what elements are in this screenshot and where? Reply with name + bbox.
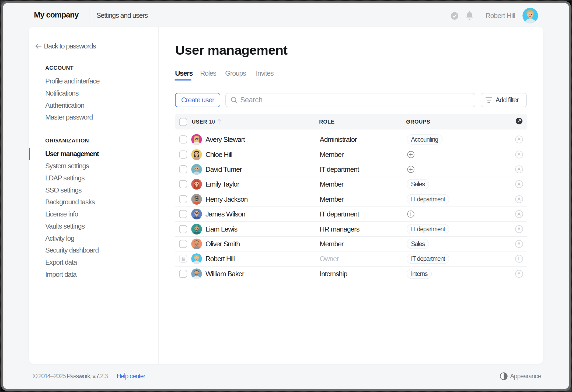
row-checkbox[interactable]: [179, 165, 187, 173]
tab-invites[interactable]: Invites: [256, 69, 273, 78]
user-role-cell: HR managers: [320, 225, 359, 233]
user-role-cell: Member: [320, 150, 343, 159]
sort-ascending-icon[interactable]: [216, 118, 222, 125]
sidebar-item-export-data[interactable]: Export data: [45, 258, 77, 267]
add-filter-button[interactable]: Add filter: [481, 93, 527, 107]
sidebar-item-vaults-settings[interactable]: Vaults settings: [45, 222, 85, 230]
table-header: [175, 114, 527, 130]
table-row[interactable]: Liam LewisHR managersIT departmentA: [175, 221, 527, 236]
group-chip[interactable]: Interns: [407, 269, 432, 279]
topbar-user-name[interactable]: Robert Hill: [486, 12, 515, 20]
table-row[interactable]: William BakerInternshipInternsA: [175, 266, 527, 281]
row-groups-cell: [407, 209, 414, 219]
user-column-header[interactable]: USER: [192, 119, 207, 125]
user-avatar: [191, 164, 202, 175]
tab-users[interactable]: Users: [175, 69, 193, 78]
table-row[interactable]: James WilsonIT departmentA: [175, 206, 527, 221]
group-chip[interactable]: IT department: [407, 224, 449, 234]
back-to-passwords-link[interactable]: Back to passwords: [35, 42, 96, 51]
search-icon: [231, 96, 238, 104]
user-avatar: [191, 134, 202, 145]
group-chip[interactable]: IT department: [407, 254, 449, 264]
sidebar-item-ldap-settings[interactable]: LDAP settings: [45, 174, 85, 182]
search-placeholder: Search: [240, 96, 263, 104]
notifications-bell-icon[interactable]: [465, 11, 474, 20]
user-name-cell[interactable]: David Turner: [205, 165, 242, 173]
row-select-cell: [179, 240, 187, 248]
group-chip[interactable]: Sales: [407, 179, 429, 189]
sidebar-item-system-settings[interactable]: System settings: [45, 162, 89, 170]
table-row[interactable]: Emily TaylorMemberSalesA: [175, 177, 527, 191]
tab-roles[interactable]: Roles: [200, 69, 216, 78]
sidebar-item-user-management[interactable]: User management: [45, 149, 99, 158]
sidebar-item-profile-and-interface[interactable]: Profile and interface: [45, 77, 100, 85]
user-name-cell[interactable]: Avery Stewart: [205, 135, 245, 144]
row-checkbox[interactable]: [179, 225, 187, 233]
add-group-icon[interactable]: [407, 166, 414, 173]
back-link-label: Back to passwords: [44, 42, 96, 50]
user-name-cell[interactable]: James Wilson: [205, 210, 245, 218]
table-row[interactable]: David TurnerIT departmentA: [175, 162, 527, 177]
company-name[interactable]: My company: [34, 10, 79, 19]
groups-column-header[interactable]: GROUPS: [406, 119, 430, 125]
row-groups-cell: IT department: [407, 224, 449, 234]
active-item-indicator: [29, 148, 30, 160]
sidebar-item-notifications[interactable]: Notifications: [45, 89, 78, 97]
user-name-cell[interactable]: Emily Taylor: [205, 180, 239, 188]
status-check-icon[interactable]: [451, 12, 458, 20]
row-groups-cell: Sales: [407, 179, 429, 189]
table-row[interactable]: Oliver SmithMemberSalesA: [175, 236, 527, 251]
sidebar-item-security-dashboard[interactable]: Security dashboard: [45, 246, 99, 254]
user-name-cell[interactable]: Oliver Smith: [205, 240, 240, 248]
key-column-icon[interactable]: [516, 118, 522, 124]
sidebar-item-activity-log[interactable]: Activity log: [45, 234, 74, 243]
sidebar-divider-line: [45, 56, 144, 56]
sidebar-item-master-password[interactable]: Master password: [45, 113, 93, 121]
row-checkbox[interactable]: [179, 135, 187, 144]
help-center-link[interactable]: Help center: [117, 373, 145, 380]
add-group-icon[interactable]: [407, 211, 414, 218]
user-name-cell[interactable]: William Baker: [205, 270, 244, 278]
sidebar-item-license-info[interactable]: License info: [45, 210, 78, 218]
tab-groups[interactable]: Groups: [225, 69, 246, 78]
table-row[interactable]: Avery StewartAdministratorAccountingA: [175, 132, 527, 147]
add-group-icon[interactable]: [407, 151, 414, 158]
search-input[interactable]: Search: [225, 93, 475, 107]
topbar-user-avatar[interactable]: [522, 8, 538, 23]
sidebar-item-sso-settings[interactable]: SSO settings: [45, 186, 81, 194]
select-all-checkbox[interactable]: [179, 118, 187, 126]
user-avatar: [191, 149, 202, 160]
row-checkbox[interactable]: [179, 270, 187, 278]
row-groups-cell: IT department: [407, 194, 449, 204]
sidebar-item-background-tasks[interactable]: Background tasks: [45, 198, 95, 206]
row-checkbox[interactable]: [179, 180, 187, 188]
auth-type-badge: A: [515, 150, 523, 158]
sidebar-item-authentication[interactable]: Authentication: [45, 101, 84, 110]
user-name-cell[interactable]: Robert Hill: [205, 255, 235, 263]
user-role-cell: IT department: [320, 165, 359, 173]
row-checkbox[interactable]: [179, 150, 187, 159]
topbar-divider: [89, 8, 89, 23]
user-name-cell[interactable]: Chloe Hill: [205, 150, 232, 159]
group-chip[interactable]: Sales: [407, 239, 429, 249]
row-checkbox[interactable]: [179, 195, 187, 203]
auth-type-badge: A: [515, 225, 523, 233]
create-user-button[interactable]: Create user: [175, 93, 220, 107]
user-name-cell[interactable]: Henry Jackson: [205, 195, 247, 203]
table-row[interactable]: Chloe HillMemberA: [175, 147, 527, 162]
auth-type-badge: A: [515, 240, 523, 248]
group-chip[interactable]: IT department: [407, 194, 449, 204]
user-avatar: [191, 224, 202, 234]
role-column-header[interactable]: ROLE: [319, 119, 335, 125]
user-name-cell[interactable]: Liam Lewis: [205, 225, 237, 233]
tabs-underline: [175, 80, 527, 80]
row-checkbox[interactable]: [179, 240, 187, 248]
table-row[interactable]: Henry JacksonMemberIT departmentA: [175, 192, 527, 206]
appearance-toggle[interactable]: Appearance: [500, 372, 541, 380]
user-role-cell: Owner: [320, 255, 339, 263]
sidebar-item-import-data[interactable]: Import data: [45, 270, 76, 279]
table-row[interactable]: Robert HillOwnerIT departmentL: [175, 251, 527, 266]
group-chip[interactable]: Accounting: [407, 134, 442, 144]
row-groups-cell: Interns: [407, 269, 432, 279]
row-checkbox[interactable]: [179, 210, 187, 218]
